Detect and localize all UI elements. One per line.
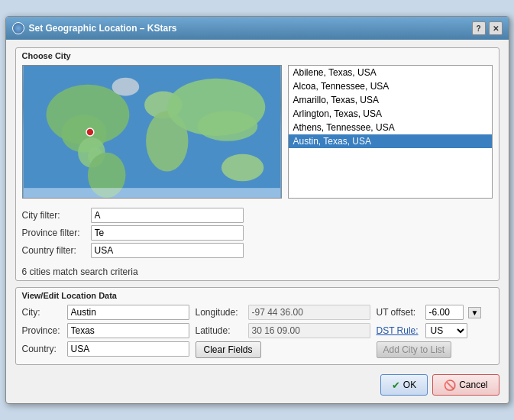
dst-rule-select[interactable]: US EU None	[425, 323, 467, 338]
longitude-field-row: Longitude:	[196, 305, 370, 320]
longitude-input[interactable]	[248, 305, 370, 320]
title-buttons: ? ✕	[472, 21, 503, 35]
clear-fields-button[interactable]: Clear Fields	[196, 341, 261, 358]
app-icon	[12, 22, 24, 34]
close-button[interactable]: ✕	[489, 21, 503, 35]
city-edit-label: City:	[22, 307, 64, 318]
country-filter-label: Country filter:	[22, 245, 91, 256]
country-field-row: Country:	[22, 341, 189, 357]
choose-city-label: Choose City	[16, 48, 499, 62]
country-filter-row: Country filter:	[22, 243, 493, 258]
latitude-label: Latitude:	[196, 325, 245, 336]
city-filter-row: City filter:	[22, 208, 493, 223]
window-body: Choose City	[6, 40, 509, 403]
longitude-label: Longitude:	[196, 307, 245, 318]
city-filter-label: City filter:	[22, 210, 91, 221]
match-text: 6 cities match search criteria	[16, 265, 499, 280]
province-filter-label: Province filter:	[22, 228, 91, 238]
city-list-item-selected[interactable]: Austin, Texas, USA	[289, 134, 492, 148]
city-edit-input[interactable]	[67, 305, 189, 320]
add-city-button[interactable]: Add City to List	[377, 341, 452, 358]
choose-city-group: Choose City	[15, 47, 499, 281]
title-bar-left: Set Geographic Location – KStars	[12, 22, 177, 34]
svg-rect-12	[23, 188, 280, 198]
latitude-input[interactable]	[248, 323, 370, 338]
city-filter-input[interactable]	[91, 208, 244, 223]
edit-section: View/Edit Location Data City: Province: …	[15, 287, 499, 365]
city-list-item[interactable]: Alcoa, Tennessee, USA	[289, 79, 492, 93]
province-edit-input[interactable]	[67, 323, 189, 338]
map-svg	[23, 66, 281, 198]
choose-city-content: Abilene, Texas, USA Alcoa, Tennessee, US…	[16, 65, 499, 205]
clear-fields-row: Clear Fields	[196, 341, 370, 358]
cancel-x-icon: 🚫	[444, 380, 456, 391]
ok-label: OK	[403, 380, 416, 390]
city-list-item[interactable]: Abilene, Texas, USA	[289, 66, 492, 79]
edit-grid: City: Province: Country: Longit	[16, 302, 499, 364]
city-list-item[interactable]: Athens, Tennessee, USA	[289, 121, 492, 134]
province-edit-label: Province:	[22, 325, 64, 336]
ok-check-icon: ✔	[392, 380, 400, 391]
add-city-row: Add City to List	[377, 341, 493, 358]
bottom-buttons: ✔ OK 🚫 Cancel	[15, 371, 499, 396]
world-map	[22, 65, 282, 199]
help-button[interactable]: ?	[472, 21, 486, 35]
window-title: Set Geographic Location – KStars	[29, 23, 177, 34]
country-edit-input[interactable]	[67, 341, 189, 357]
ut-offset-label: UT offset:	[377, 307, 422, 318]
cancel-label: Cancel	[459, 380, 487, 390]
city-list-item[interactable]: Arlington, Texas, USA	[289, 107, 492, 121]
svg-point-9	[197, 111, 257, 141]
city-list[interactable]: Abilene, Texas, USA Alcoa, Tennessee, US…	[288, 65, 493, 199]
edit-col-1: City: Province: Country:	[22, 305, 189, 358]
country-filter-input[interactable]	[91, 243, 244, 258]
city-field-row: City:	[22, 305, 189, 320]
edit-col-3: UT offset: ▼ DST Rule: US EU None Add C	[377, 305, 493, 358]
cancel-button[interactable]: 🚫 Cancel	[432, 374, 499, 396]
province-field-row: Province:	[22, 323, 189, 338]
filter-section: City filter: Province filter: Country fi…	[16, 205, 499, 265]
country-edit-label: Country:	[22, 344, 64, 354]
edit-col-2: Longitude: Latitude: Clear Fields	[196, 305, 370, 358]
title-bar: Set Geographic Location – KStars ? ✕	[6, 17, 509, 40]
ut-dropdown-icon[interactable]: ▼	[468, 307, 482, 318]
dst-rule-label[interactable]: DST Rule:	[377, 325, 422, 336]
svg-point-10	[221, 154, 263, 182]
latitude-field-row: Latitude:	[196, 323, 370, 338]
ut-offset-input[interactable]	[425, 305, 464, 320]
province-filter-input[interactable]	[91, 225, 244, 241]
ut-offset-row: UT offset: ▼	[377, 305, 493, 320]
edit-section-label: View/Edit Location Data	[16, 288, 499, 302]
svg-point-13	[86, 128, 93, 136]
dst-rule-row: DST Rule: US EU None	[377, 323, 493, 338]
city-list-item[interactable]: Amarillo, Texas, USA	[289, 93, 492, 107]
ok-button[interactable]: ✔ OK	[380, 374, 428, 396]
main-window: Set Geographic Location – KStars ? ✕ Cho…	[5, 16, 509, 404]
province-filter-row: Province filter:	[22, 225, 493, 241]
svg-point-11	[112, 78, 139, 96]
